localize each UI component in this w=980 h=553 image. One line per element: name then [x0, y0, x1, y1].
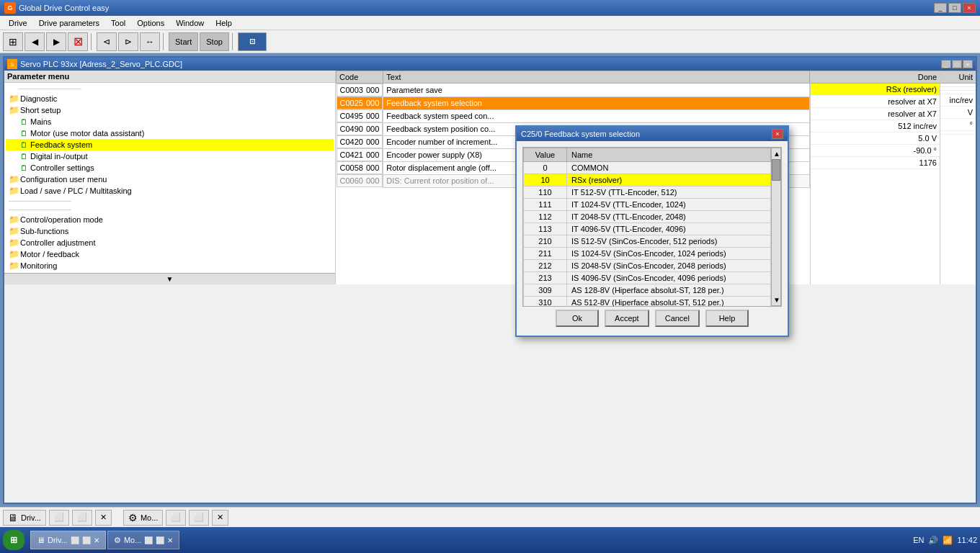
toolbar-btn-5[interactable]: ⊲ [97, 32, 117, 51]
modal-title-bar: C25/0 Feedback system selection × [517, 127, 788, 141]
taskbar-label-motor: Mo... [124, 536, 141, 544]
done-value-3: 512 inc/rev [811, 120, 940, 132]
sidebar-item-mains[interactable]: 🗒 Mains [6, 116, 334, 127]
param-text: Parameter save [383, 84, 810, 97]
modal-table-row[interactable]: 211 IS 1024-5V (SinCos-Encoder, 1024 per… [524, 248, 771, 260]
menu-drive[interactable]: Drive [3, 17, 33, 29]
sidebar-item-monitoring[interactable]: 📁 Monitoring [6, 260, 334, 271]
table-row[interactable]: C0025 000 Feedback system selection [337, 96, 810, 109]
sidebar-item-sub-functions[interactable]: 📁 Sub-functions [6, 225, 334, 237]
folder-icon: 📁 [9, 238, 19, 248]
mdi-maximize-btn[interactable]: □ [952, 60, 962, 68]
sidebar-item-digital-io[interactable]: 🗒 Digital in-/output [6, 150, 334, 162]
start-icon: ⊞ [10, 535, 17, 545]
toolbar-btn-2[interactable]: ◀ [24, 32, 45, 51]
sidebar-item-motor-feedback[interactable]: 📁 Motor / feedback [6, 248, 334, 260]
sidebar-item-controller-adj[interactable]: 📁 Controller adjustment [6, 237, 334, 248]
modal-table-row[interactable]: 213 IS 4096-5V (SinCos-Encoder, 4096 per… [524, 272, 771, 284]
menu-drive-parameters[interactable]: Drive parameters [33, 17, 105, 29]
modal-name-7: IS 1024-5V (SinCos-Encoder, 1024 periods… [567, 248, 771, 260]
modal-table-row[interactable]: 113 IT 4096-5V (TTL-Encoder, 4096) [524, 223, 771, 235]
toolbar-btn-4[interactable]: ⊠ [68, 32, 88, 51]
scroll-down-arrow[interactable]: ▼ [4, 273, 335, 284]
modal-name-3: IT 1024-5V (TTL-Encoder, 1024) [567, 199, 771, 211]
sidebar-item-config-user-menu[interactable]: 📁 Configuration user menu [6, 174, 334, 185]
cancel-button[interactable]: Cancel [655, 310, 700, 327]
sidebar-item-feedback-system[interactable]: 🗒 Feedback system [6, 139, 334, 150]
maximize-button[interactable]: □ [948, 3, 961, 13]
sidebar-item-control-operation[interactable]: 📁 Control/operation mode [6, 214, 334, 225]
sidebar-item-label: Sub-functions [20, 227, 68, 235]
mdi-minimize-btn[interactable]: _ [941, 60, 951, 68]
accept-button[interactable]: Accept [605, 310, 649, 327]
sidebar-item-controller-settings[interactable]: 🗒 Controller settings [6, 162, 334, 174]
table-row[interactable]: C0495 000 Feedback system speed con... [337, 109, 810, 122]
done-values-panel: Done RSx (resolver) resolver at X7 resol… [810, 71, 940, 284]
status-item-2: ⚙ Mo... [123, 510, 163, 526]
taskbar-icon-5: ⬜ [156, 536, 164, 544]
toolbar-btn-6[interactable]: ⊳ [118, 32, 138, 51]
modal-table-row[interactable]: 309 AS 128-8V (Hiperface absolut-ST, 128… [524, 284, 771, 297]
modal-table-row[interactable]: 210 IS 512-5V (SinCos-Encoder, 512 perio… [524, 235, 771, 248]
modal-value-10: 309 [524, 284, 567, 297]
start-button[interactable]: Start [169, 32, 198, 51]
sidebar-item-load-save[interactable]: 📁 Load / save / PLC / Multitasking [6, 185, 334, 197]
param-subcode: 000 [366, 99, 379, 107]
taskbar-item-drive[interactable]: 🖥 Driv... ⬜ ⬜ ✕ [30, 531, 106, 549]
modal-name-8: IS 2048-5V (SinCos-Encoder, 2048 periods… [567, 260, 771, 272]
menu-help[interactable]: Help [210, 17, 238, 29]
menu-window[interactable]: Window [170, 17, 210, 29]
modal-table-container: Value Name 0 COMMON 10 RSx (resolv [522, 147, 782, 307]
modal-name-11: AS 512-8V (Hiperface absolut-ST, 512 per… [567, 297, 771, 307]
modal-close-btn[interactable]: × [772, 129, 783, 139]
sidebar-item-label: Mains [30, 117, 51, 126]
modal-table-row[interactable]: 0 COMMON [524, 162, 771, 174]
scrollbar-thumb[interactable] [772, 159, 780, 181]
menu-options[interactable]: Options [131, 17, 170, 29]
sidebar-item-short-setup[interactable]: 📁 Short setup [6, 104, 334, 116]
toolbar: ⊞ ◀ ▶ ⊠ ⊲ ⊳ ↔ Start Stop ⊡ [0, 30, 980, 53]
start-button[interactable]: ⊞ [3, 530, 24, 550]
toolbar-btn-1[interactable]: ⊞ [3, 32, 23, 51]
sidebar-item-motor[interactable]: 🗒 Motor (use motor data assistant) [6, 127, 334, 139]
modal-table-row[interactable]: 310 AS 512-8V (Hiperface absolut-ST, 512… [524, 297, 771, 307]
toolbar-separator-2 [163, 33, 166, 50]
modal-table-row[interactable]: 110 IT 512-5V (TTL-Encoder, 512) [524, 186, 771, 199]
mdi-title-bar: S Servo PLC 93xx [Adress_2_Servo_PLC.GDC… [4, 58, 976, 71]
param-menu-content[interactable]: ----------------------------- 📁 Diagnost… [4, 83, 335, 273]
taskbar-item-motor[interactable]: ⚙ Mo... ⬜ ⬜ ✕ [107, 531, 179, 549]
help-button[interactable]: Help [705, 310, 749, 327]
modal-value-2: 110 [524, 186, 567, 199]
table-row[interactable]: C0003 000 Parameter save [337, 84, 810, 97]
modal-col-name: Name [567, 148, 771, 162]
stop-button[interactable]: Stop [200, 32, 229, 51]
title-bar-buttons: _ □ × [934, 3, 976, 13]
modal-table-row[interactable]: 112 IT 2048-5V (TTL-Encoder, 2048) [524, 211, 771, 223]
sidebar-item-diagnostic[interactable]: 📁 Diagnostic [6, 93, 334, 104]
modal-table-row[interactable]: 111 IT 1024-5V (TTL-Encoder, 1024) [524, 199, 771, 211]
menu-tool[interactable]: Tool [105, 17, 131, 29]
mdi-close-btn[interactable]: × [963, 60, 973, 68]
modal-table-scroll[interactable]: Value Name 0 COMMON 10 RSx (resolv [523, 148, 771, 306]
modal-table-row-selected[interactable]: 10 RSx (resolver) [524, 174, 771, 186]
param-text: Feedback system speed con... [383, 109, 810, 122]
ok-button[interactable]: Ok [556, 310, 599, 327]
modal-scrollbar[interactable]: ▲ ▼ [771, 148, 781, 306]
toolbar-btn-8[interactable]: ⊡ [238, 32, 267, 51]
status-item-1: 🖥 Driv... [3, 510, 46, 526]
sidebar-item-label: Monitoring [20, 261, 57, 270]
done-value-2: resolver at X7 [811, 108, 940, 120]
param-code: C0003 [340, 86, 363, 94]
sidebar-item-label: Motor (use motor data assistant) [30, 129, 144, 138]
folder-icon: 📁 [9, 174, 19, 184]
modal-name-4: IT 2048-5V (TTL-Encoder, 2048) [567, 211, 771, 223]
param-code: C0025 [340, 99, 363, 107]
status-icon-3: ✕ [95, 510, 112, 526]
drive-icon: 🖥 [8, 512, 18, 523]
toolbar-btn-7[interactable]: ↔ [140, 32, 160, 51]
close-button[interactable]: × [963, 3, 976, 13]
modal-table-row[interactable]: 212 IS 2048-5V (SinCos-Encoder, 2048 per… [524, 260, 771, 272]
minimize-button[interactable]: _ [934, 3, 947, 13]
item-icon: 🗒 [19, 128, 29, 138]
toolbar-btn-3[interactable]: ▶ [46, 32, 66, 51]
